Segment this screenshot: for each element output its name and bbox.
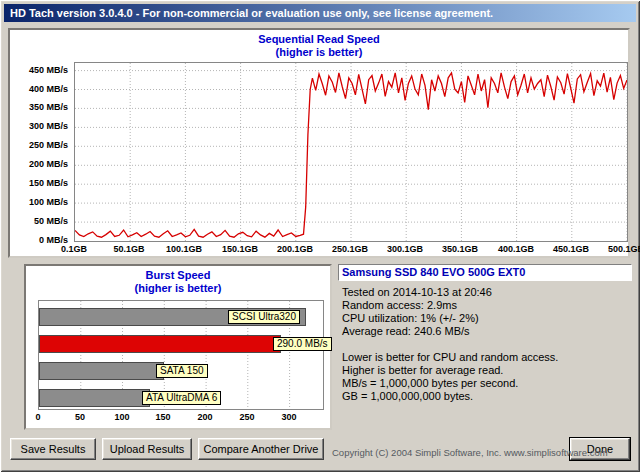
x-axis-tick: 150.1GB xyxy=(218,244,262,254)
burst-axis-tick: 150 xyxy=(153,412,173,422)
burst-axis-tick: 250 xyxy=(237,412,257,422)
x-axis-tick: 450.1GB xyxy=(549,244,593,254)
burst-bar-3 xyxy=(39,389,150,407)
info-line: Random access: 2.9ms xyxy=(342,299,634,312)
y-axis-tick: 150 MB/s xyxy=(10,178,68,188)
burst-chart-subtitle: (higher is better) xyxy=(26,282,330,294)
read-speed-line xyxy=(75,73,627,237)
burst-bar-label: 290.0 MB/s xyxy=(273,337,332,351)
copyright-text: Copyright (C) 2004 Simpli Software, Inc.… xyxy=(332,447,568,458)
read-chart-subtitle: (higher is better) xyxy=(10,46,628,58)
info-line: Average read: 240.6 MB/s xyxy=(342,325,634,338)
titlebar[interactable]: HD Tach version 3.0.4.0 - For non-commer… xyxy=(4,4,636,22)
compare-another-drive-button[interactable]: Compare Another Drive xyxy=(198,438,324,460)
y-axis-tick: 100 MB/s xyxy=(10,197,68,207)
test-info: Tested on 2014-10-13 at 20:46Random acce… xyxy=(342,286,634,403)
x-axis-tick: 200.1GB xyxy=(273,244,317,254)
x-axis-tick: 350.1GB xyxy=(438,244,482,254)
y-axis-tick: 200 MB/s xyxy=(10,159,68,169)
x-axis-tick: 250.1GB xyxy=(328,244,372,254)
x-axis-tick: 0.1GB xyxy=(52,244,96,254)
burst-bar-label: ATA UltraDMA 6 xyxy=(142,391,221,405)
read-chart-title: Sequential Read Speed xyxy=(10,33,628,45)
info-line: MB/s = 1,000,000 bytes per second. xyxy=(342,377,634,390)
x-axis-tick: 50.1GB xyxy=(107,244,151,254)
info-line: Higher is better for average read. xyxy=(342,364,634,377)
burst-chart-title: Burst Speed xyxy=(26,269,330,281)
y-axis-tick: 300 MB/s xyxy=(10,121,68,131)
x-axis-tick: 100.1GB xyxy=(162,244,206,254)
read-speed-chart-svg xyxy=(75,63,627,241)
x-axis-tick: 500.1GB xyxy=(604,244,640,254)
y-axis-tick: 50 MB/s xyxy=(10,216,68,226)
burst-bar-label: SATA 150 xyxy=(156,364,208,378)
burst-axis-tick: 50 xyxy=(70,412,90,422)
y-axis-tick: 400 MB/s xyxy=(10,84,68,94)
x-axis-tick: 300.1GB xyxy=(383,244,427,254)
info-line xyxy=(342,338,634,351)
burst-axis-tick: 0 xyxy=(28,412,48,422)
save-results-button[interactable]: Save Results xyxy=(10,438,96,460)
info-line: GB = 1,000,000,000 bytes. xyxy=(342,390,634,403)
upload-results-button[interactable]: Upload Results xyxy=(102,438,192,460)
info-line: CPU utilization: 1% (+/- 2%) xyxy=(342,312,634,325)
burst-bar-label: SCSI Ultra320 xyxy=(228,310,300,324)
burst-axis-tick: 100 xyxy=(112,412,132,422)
y-axis-tick: 250 MB/s xyxy=(10,140,68,150)
y-axis-tick: 450 MB/s xyxy=(10,65,68,75)
drive-list-item[interactable]: Samsung SSD 840 EVO 500G EXT0 xyxy=(338,264,632,281)
hdtach-window: HD Tach version 3.0.4.0 - For non-commer… xyxy=(0,0,640,472)
x-axis-tick: 400.1GB xyxy=(494,244,538,254)
sequential-read-panel: Sequential Read Speed (higher is better)… xyxy=(8,28,630,258)
burst-axis-tick: 300 xyxy=(279,412,299,422)
burst-axis-tick: 200 xyxy=(195,412,215,422)
burst-bar-1 xyxy=(39,335,281,353)
burst-speed-plot: SCSI Ultra320290.0 MB/sSATA 150ATA Ultra… xyxy=(38,300,324,410)
window-title: HD Tach version 3.0.4.0 - For non-commer… xyxy=(10,7,493,19)
y-axis-tick: 350 MB/s xyxy=(10,102,68,112)
info-line: Tested on 2014-10-13 at 20:46 xyxy=(342,286,634,299)
info-line: Lower is better for CPU and random acces… xyxy=(342,351,634,364)
burst-speed-panel: Burst Speed (higher is better) SCSI Ultr… xyxy=(24,264,332,430)
read-speed-plot xyxy=(74,62,628,242)
drive-name: Samsung SSD 840 EVO 500G EXT0 xyxy=(342,266,525,278)
burst-bar-2 xyxy=(39,362,164,380)
